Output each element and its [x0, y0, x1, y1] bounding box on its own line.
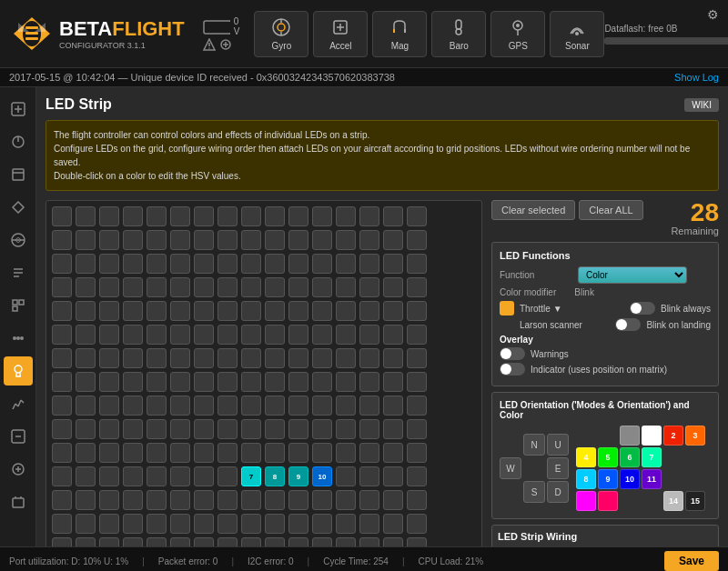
led-cell[interactable] — [170, 537, 190, 546]
led-cell[interactable] — [217, 230, 238, 250]
led-cell[interactable] — [170, 277, 190, 297]
led-cell[interactable] — [147, 466, 167, 486]
led-cell[interactable] — [383, 301, 403, 321]
led-cell[interactable] — [383, 230, 403, 250]
led-cell[interactable] — [288, 277, 308, 297]
led-cell[interactable] — [241, 419, 261, 439]
led-cell[interactable] — [76, 443, 96, 463]
led-cell[interactable] — [217, 325, 238, 345]
led-cell[interactable] — [52, 254, 72, 274]
wiki-button[interactable]: WIKI — [684, 98, 719, 112]
led-cell[interactable] — [288, 419, 308, 439]
led-cell[interactable] — [194, 301, 214, 321]
color-cell[interactable]: 8 — [576, 469, 596, 489]
sidebar-item-2[interactable] — [4, 127, 33, 156]
color-cell[interactable]: 2 — [663, 426, 683, 446]
led-cell[interactable] — [288, 230, 308, 250]
led-cell[interactable] — [52, 514, 72, 534]
led-cell[interactable] — [407, 466, 427, 486]
led-cell[interactable] — [359, 490, 379, 510]
sidebar-item-8[interactable] — [4, 324, 33, 353]
led-cell[interactable] — [217, 537, 238, 546]
led-cell[interactable] — [170, 372, 190, 392]
led-cell[interactable] — [217, 396, 238, 416]
sidebar-item-7[interactable] — [4, 291, 33, 320]
led-cell[interactable] — [76, 254, 96, 274]
led-cell[interactable] — [359, 348, 379, 368]
led-cell[interactable] — [312, 537, 332, 546]
led-cell[interactable] — [336, 514, 356, 534]
dir-u-button[interactable]: U — [547, 434, 569, 456]
led-cell[interactable] — [336, 206, 356, 226]
led-cell[interactable] — [265, 277, 285, 297]
color-cell[interactable]: 6 — [620, 447, 640, 467]
led-cell[interactable] — [170, 348, 190, 368]
led-cell[interactable] — [76, 206, 96, 226]
led-cell[interactable] — [170, 325, 190, 345]
led-cell[interactable] — [99, 230, 119, 250]
led-cell[interactable] — [99, 348, 119, 368]
sidebar-item-1[interactable] — [4, 95, 33, 124]
led-cell[interactable] — [359, 325, 379, 345]
led-cell[interactable] — [52, 419, 72, 439]
led-cell[interactable] — [123, 277, 143, 297]
led-cell[interactable] — [241, 301, 261, 321]
led-cell[interactable] — [359, 443, 379, 463]
led-cell[interactable] — [407, 514, 427, 534]
led-cell[interactable] — [99, 443, 119, 463]
led-cell[interactable] — [383, 206, 403, 226]
color-cell[interactable]: 11 — [642, 469, 662, 489]
led-cell[interactable] — [265, 325, 285, 345]
led-cell[interactable] — [265, 372, 285, 392]
led-cell[interactable] — [194, 254, 214, 274]
color-cell[interactable] — [598, 491, 618, 511]
led-cell[interactable] — [123, 301, 143, 321]
sidebar-item-5[interactable] — [4, 225, 33, 255]
led-cell[interactable]: 10 — [312, 466, 332, 486]
led-cell[interactable] — [359, 419, 379, 439]
led-cell[interactable] — [194, 348, 214, 368]
color-cell[interactable]: 5 — [598, 447, 618, 467]
led-cell[interactable] — [123, 466, 143, 486]
led-cell[interactable] — [217, 206, 238, 226]
led-cell[interactable] — [241, 206, 261, 226]
led-cell[interactable] — [407, 490, 427, 510]
led-cell[interactable] — [170, 514, 190, 534]
led-cell[interactable] — [99, 396, 119, 416]
sidebar-item-9[interactable] — [4, 389, 33, 418]
led-cell[interactable] — [383, 372, 403, 392]
led-cell[interactable] — [383, 348, 403, 368]
led-cell[interactable] — [241, 490, 261, 510]
led-cell[interactable] — [147, 537, 167, 546]
color-cell[interactable]: 4 — [576, 447, 596, 467]
led-cell[interactable] — [147, 301, 167, 321]
led-cell[interactable] — [99, 466, 119, 486]
led-cell[interactable] — [123, 443, 143, 463]
led-cell[interactable] — [147, 254, 167, 274]
dir-w-button[interactable]: W — [500, 457, 521, 479]
led-cell[interactable] — [241, 277, 261, 297]
sidebar-item-led[interactable] — [4, 356, 33, 386]
led-cell[interactable] — [99, 537, 119, 546]
led-cell[interactable] — [194, 325, 214, 345]
led-cell[interactable] — [241, 254, 261, 274]
indicator-toggle[interactable] — [500, 363, 525, 376]
led-cell[interactable] — [76, 537, 96, 546]
led-cell[interactable] — [123, 372, 143, 392]
led-cell[interactable] — [336, 325, 356, 345]
led-cell[interactable] — [170, 419, 190, 439]
led-cell[interactable] — [383, 325, 403, 345]
led-cell[interactable] — [99, 514, 119, 534]
led-cell[interactable] — [123, 396, 143, 416]
led-cell[interactable] — [76, 396, 96, 416]
color-cell[interactable]: 9 — [598, 469, 618, 489]
led-cell[interactable] — [312, 443, 332, 463]
sidebar-item-12[interactable] — [4, 487, 33, 516]
led-cell[interactable] — [76, 230, 96, 250]
led-cell[interactable] — [194, 396, 214, 416]
led-cell[interactable] — [170, 396, 190, 416]
led-cell[interactable] — [241, 325, 261, 345]
led-cell[interactable] — [407, 372, 427, 392]
led-cell[interactable] — [265, 443, 285, 463]
color-cell[interactable]: 7 — [642, 447, 662, 467]
